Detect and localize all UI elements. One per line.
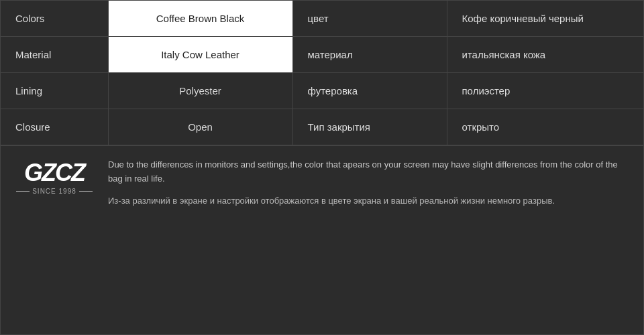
key-ru-closure: Тип закрытия	[292, 109, 447, 145]
footer-text-en: Due to the differences in monitors and s…	[108, 158, 630, 186]
logo-since: SINCE 1998	[16, 188, 93, 195]
table-row-closure: Closure Open Тип закрытия открыто	[1, 109, 643, 145]
value-ru-lining: полиэстер	[447, 73, 643, 109]
product-table: Colors Coffee Brown Black цвет Кофе кори…	[1, 1, 643, 145]
brand-logo: GZCZ SINCE 1998	[14, 158, 95, 195]
label-lining: Lining	[1, 73, 108, 109]
label-colors: Colors	[1, 1, 108, 37]
value-en-colors: Coffee Brown Black	[108, 1, 292, 37]
logo-line-right	[79, 191, 93, 192]
value-en-material: Italy Cow Leather	[108, 37, 292, 73]
logo-line-left	[16, 191, 30, 192]
value-ru-colors: Кофе коричневый черный	[447, 1, 643, 37]
footer-description: Due to the differences in monitors and s…	[108, 158, 630, 208]
table-row-colors: Colors Coffee Brown Black цвет Кофе кори…	[1, 1, 643, 37]
key-ru-colors: цвет	[292, 1, 447, 37]
table-row-material: Material Italy Cow Leather материал итал…	[1, 37, 643, 73]
main-container: Colors Coffee Brown Black цвет Кофе кори…	[0, 0, 644, 335]
label-material: Material	[1, 37, 108, 73]
logo-since-text: SINCE 1998	[32, 188, 76, 195]
value-en-closure: Open	[108, 109, 292, 145]
footer-text-ru: Из-за различий в экране и настройки отоб…	[108, 194, 630, 208]
key-ru-material: материал	[292, 37, 447, 73]
logo-text: GZCZ	[24, 161, 85, 185]
label-closure: Closure	[1, 109, 108, 145]
footer-section: GZCZ SINCE 1998 Due to the differences i…	[1, 145, 643, 220]
value-ru-material: итальянская кожа	[447, 37, 643, 73]
table-row-lining: Lining Polyester футеровка полиэстер	[1, 73, 643, 109]
value-en-lining: Polyester	[108, 73, 292, 109]
value-ru-closure: открыто	[447, 109, 643, 145]
key-ru-lining: футеровка	[292, 73, 447, 109]
